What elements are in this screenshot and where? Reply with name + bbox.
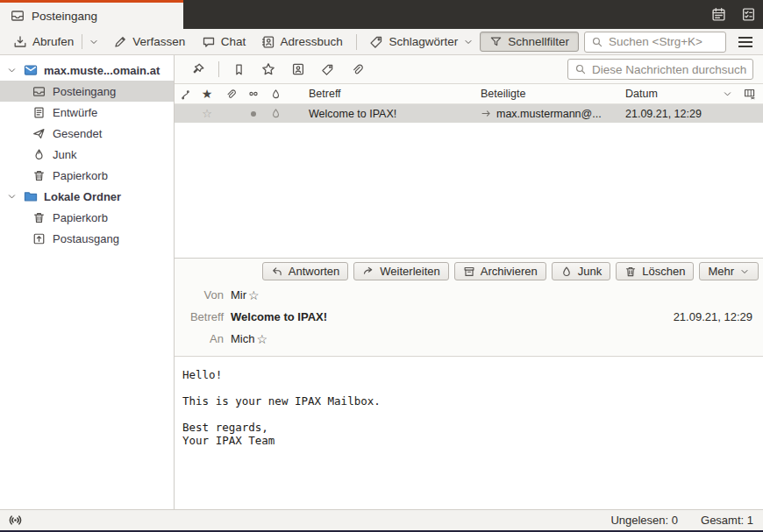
- correspondents-column-header[interactable]: Beteiligte: [481, 88, 625, 100]
- sidebar-item-lokal-papierkorb[interactable]: Papierkorb: [0, 207, 174, 228]
- account-mail-icon: [24, 63, 38, 77]
- chevron-down-icon: [739, 266, 750, 277]
- chat-button[interactable]: Chat: [196, 32, 253, 52]
- quickfilter-toggle-button[interactable]: Schnellfilter: [480, 32, 579, 52]
- filter-contacts-button[interactable]: [283, 59, 313, 80]
- compose-button[interactable]: Verfassen: [107, 32, 191, 52]
- from-value[interactable]: Mir☆: [231, 288, 260, 302]
- from-row: Von Mir☆: [182, 284, 756, 306]
- main-pane: ★ Betreff Beteiligte Datum: [175, 55, 763, 509]
- message-body[interactable]: Hello! This is your new IPAX Mailbox. Be…: [175, 356, 763, 509]
- body-line: Your IPAX Team: [182, 434, 754, 447]
- reply-button[interactable]: Antworten: [262, 262, 349, 280]
- outbox-icon: [32, 232, 46, 245]
- status-bar: Ungelesen: 0 Gesamt: 1: [0, 509, 763, 530]
- chevron-down-icon: [723, 89, 732, 99]
- main-toolbar: Abrufen Verfassen Chat Adressbuch Schlag…: [0, 29, 763, 55]
- tag-icon: [369, 35, 383, 49]
- filter-unread-button[interactable]: [225, 60, 253, 80]
- row-subject: Welcome to IPAX!: [288, 108, 481, 120]
- sidebar-item-posteingang[interactable]: Posteingang: [0, 81, 174, 102]
- folder-label: Junk: [53, 148, 76, 161]
- row-junk-toggle[interactable]: [264, 108, 288, 119]
- star-outline-icon[interactable]: ☆: [248, 288, 260, 302]
- tasks-button[interactable]: [733, 0, 763, 29]
- thunderbird-window: Posteingang Abrufen Verfassen Chat: [0, 0, 763, 532]
- star-outline-icon[interactable]: ☆: [256, 332, 267, 346]
- junk-icon: [270, 108, 282, 119]
- app-menu-button[interactable]: [737, 33, 754, 51]
- inbox-icon: [32, 85, 46, 98]
- sidebar-account[interactable]: max.muste...omain.at: [0, 60, 174, 81]
- sort-direction-button[interactable]: [717, 89, 737, 99]
- filter-tags-button[interactable]: [313, 60, 342, 80]
- more-button[interactable]: Mehr: [699, 262, 759, 280]
- forward-button[interactable]: Weiterleiten: [353, 262, 448, 280]
- chevron-down-icon[interactable]: [7, 192, 18, 202]
- pin-icon: [191, 62, 205, 76]
- tab-posteingang[interactable]: Posteingang: [0, 0, 183, 29]
- sidebar-item-postausgang[interactable]: Postausgang: [0, 228, 174, 249]
- folder-icon: [24, 189, 38, 203]
- global-search[interactable]: [584, 32, 726, 53]
- junk-button[interactable]: Junk: [552, 262, 610, 280]
- sidebar-item-entwuerfe[interactable]: Entwürfe: [0, 102, 174, 123]
- sidebar-local-folders[interactable]: Lokale Ordner: [0, 186, 174, 207]
- archive-button[interactable]: Archivieren: [454, 262, 546, 280]
- message-preview-pane: Antworten Weiterleiten Archivieren Junk: [175, 258, 763, 509]
- addressbook-button[interactable]: Adressbuch: [255, 32, 349, 52]
- body-line: Best regards,: [182, 421, 754, 434]
- chat-status-icon[interactable]: [8, 513, 23, 528]
- folder-label: Posteingang: [53, 85, 116, 98]
- subject-label: Betreff: [182, 310, 224, 323]
- row-correspondent: max.mustermann@...: [481, 108, 625, 120]
- archive-icon: [463, 266, 475, 278]
- read-column-button[interactable]: [242, 88, 264, 100]
- tabbar-spacer: [183, 0, 703, 29]
- subject-column-header[interactable]: Betreff: [288, 88, 481, 100]
- attachment-column-button[interactable]: [218, 89, 242, 100]
- contact-icon: [291, 62, 305, 76]
- row-star-toggle[interactable]: ☆: [196, 107, 218, 120]
- folder-label: Papierkorb: [53, 169, 108, 182]
- drafts-icon: [32, 106, 46, 119]
- message-date: 21.09.21, 12:29: [674, 310, 756, 323]
- thread-icon: [180, 89, 191, 100]
- junk-column-button[interactable]: [264, 89, 288, 100]
- folder-label: Entwürfe: [53, 106, 97, 119]
- thread-column-button[interactable]: [175, 89, 196, 100]
- star-outline-icon: ☆: [202, 107, 212, 120]
- chevron-down-icon[interactable]: [7, 66, 18, 75]
- junk-icon: [560, 266, 573, 278]
- paperclip-icon: [225, 89, 236, 100]
- message-list-empty-area[interactable]: [175, 123, 763, 258]
- filter-attachment-button[interactable]: [342, 60, 371, 80]
- column-picker-button[interactable]: [737, 88, 763, 100]
- paperclip-icon: [350, 63, 363, 76]
- global-search-input[interactable]: [609, 35, 719, 48]
- row-read-toggle[interactable]: [242, 111, 264, 117]
- get-messages-dropdown[interactable]: [84, 34, 103, 50]
- message-search[interactable]: [567, 59, 753, 80]
- to-value[interactable]: Mich☆: [231, 332, 267, 346]
- junk-icon: [32, 148, 46, 161]
- sidebar-item-papierkorb[interactable]: Papierkorb: [0, 165, 174, 186]
- get-messages-button[interactable]: Abrufen: [7, 32, 80, 52]
- sidebar-item-gesendet[interactable]: Gesendet: [0, 123, 174, 144]
- forward-arrow-icon: [362, 266, 374, 278]
- message-search-input[interactable]: [592, 63, 746, 76]
- funnel-icon: [489, 35, 503, 48]
- tags-button[interactable]: Schlagwörter: [363, 32, 480, 52]
- message-headers: Von Mir☆ Betreff Welcome to IPAX! 21.09.…: [175, 283, 763, 356]
- sidebar-item-junk[interactable]: Junk: [0, 144, 174, 165]
- date-column-header[interactable]: Datum: [625, 88, 717, 100]
- message-row[interactable]: ☆ Welcome to IPAX! max.mustermann@... 21…: [175, 104, 763, 123]
- filter-starred-button[interactable]: [253, 59, 283, 80]
- star-column-button[interactable]: ★: [196, 87, 218, 101]
- sticky-filter-button[interactable]: [183, 59, 213, 80]
- folder-label: Postausgang: [53, 232, 119, 245]
- calendar-button[interactable]: [703, 0, 733, 29]
- calendar-icon: [711, 7, 726, 22]
- pencil-icon: [113, 35, 127, 49]
- delete-button[interactable]: Löschen: [616, 262, 694, 280]
